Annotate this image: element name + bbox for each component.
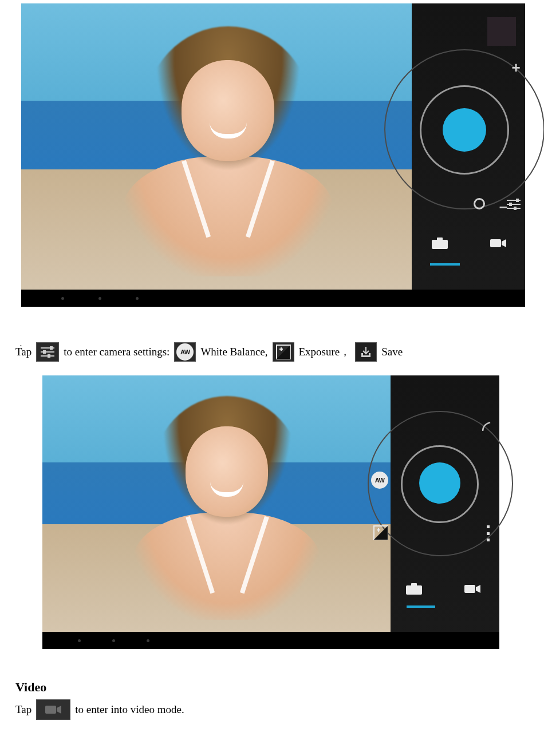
text-to-enter-camera-settings: to enter camera settings: xyxy=(64,342,169,362)
exposure-icon xyxy=(273,342,294,362)
svg-rect-3 xyxy=(516,199,519,202)
mode-selector xyxy=(392,583,495,597)
settings-sliders-icon xyxy=(36,342,59,362)
svg-marker-10 xyxy=(502,239,506,247)
subject-placeholder xyxy=(133,396,321,611)
nav-dot xyxy=(147,639,149,642)
svg-rect-23 xyxy=(361,353,363,355)
camera-controls-panel: + − xyxy=(412,3,525,290)
word-tap: Tap xyxy=(15,346,31,358)
video-mode-icon[interactable] xyxy=(464,583,481,597)
camera-screenshot-1: + − xyxy=(21,3,525,307)
text-enter-video-mode: to enter into video mode. xyxy=(75,700,184,719)
video-instruction-line: Tap to enter into video mode. xyxy=(15,699,529,720)
viewfinder xyxy=(21,3,412,290)
nav-dot xyxy=(136,297,139,300)
svg-point-7 xyxy=(437,242,443,247)
aw-label: AW xyxy=(375,477,385,484)
text-exposure: Exposure xyxy=(299,346,340,358)
subject-placeholder xyxy=(123,26,333,267)
white-balance-aw-icon[interactable]: AW xyxy=(371,472,388,489)
svg-rect-22 xyxy=(361,355,370,357)
svg-rect-8 xyxy=(437,238,443,240)
word-tap: Tap xyxy=(15,700,31,719)
svg-rect-15 xyxy=(43,350,46,354)
svg-rect-24 xyxy=(369,353,370,355)
svg-rect-4 xyxy=(509,203,512,206)
mode-selector xyxy=(417,237,521,252)
active-mode-underline xyxy=(407,605,435,608)
svg-rect-16 xyxy=(48,354,50,358)
video-mode-icon[interactable] xyxy=(490,237,507,252)
svg-marker-37 xyxy=(57,706,61,714)
cn-comma: ， xyxy=(340,346,350,358)
zoom-in-icon[interactable]: + xyxy=(509,61,523,74)
svg-rect-14 xyxy=(50,346,53,350)
svg-rect-9 xyxy=(490,239,501,247)
system-nav-bar xyxy=(42,632,499,649)
focus-ring-icon[interactable] xyxy=(474,198,485,209)
more-menu-icon[interactable] xyxy=(482,525,494,541)
exposure-icon[interactable] xyxy=(373,525,388,540)
svg-marker-18 xyxy=(277,345,290,359)
camera-controls-panel: AW xyxy=(391,375,499,632)
text-save: Save xyxy=(381,342,403,362)
svg-marker-27 xyxy=(374,526,388,540)
nav-dot xyxy=(98,297,101,300)
system-nav-bar xyxy=(21,290,525,307)
photo-mode-icon[interactable] xyxy=(431,237,448,252)
viewfinder xyxy=(42,375,391,632)
save-icon xyxy=(355,342,377,362)
svg-rect-34 xyxy=(464,585,475,593)
nav-dot xyxy=(112,639,115,642)
active-mode-underline xyxy=(430,263,460,266)
shutter-button[interactable] xyxy=(419,462,460,504)
white-balance-aw-icon: AW xyxy=(174,342,196,362)
svg-marker-35 xyxy=(476,585,480,593)
settings-sliders-icon[interactable] xyxy=(506,198,521,211)
nav-dot xyxy=(78,639,81,642)
photo-mode-icon[interactable] xyxy=(405,583,423,597)
svg-point-32 xyxy=(411,587,417,593)
text-white-balance: White Balance, xyxy=(200,342,267,362)
video-mode-icon xyxy=(36,699,70,720)
footnote-mark: “ xyxy=(20,337,22,357)
gallery-thumbnail[interactable] xyxy=(487,17,516,46)
corner-bracket-icon xyxy=(482,421,492,432)
settings-instruction-line: Tap “ to enter camera settings: AW White… xyxy=(15,342,529,362)
aw-label: AW xyxy=(180,342,190,362)
camera-screenshot-2: AW xyxy=(42,375,499,649)
video-heading: Video xyxy=(15,680,544,695)
nav-dot xyxy=(61,297,64,300)
svg-rect-5 xyxy=(514,207,517,210)
svg-rect-36 xyxy=(45,706,56,714)
svg-rect-33 xyxy=(411,583,417,586)
shutter-button[interactable] xyxy=(443,108,486,152)
